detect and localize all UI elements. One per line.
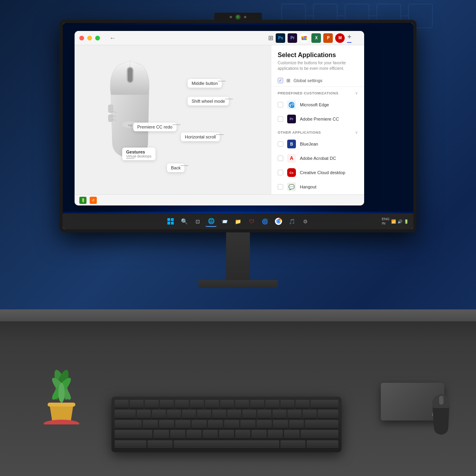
- acrobat-checkbox[interactable]: [278, 155, 283, 161]
- mouse-panel: logi Middle button: [75, 45, 271, 194]
- key: [130, 400, 144, 409]
- hangout-checkbox[interactable]: [278, 184, 283, 190]
- taskview-button[interactable]: ⊡: [192, 216, 203, 227]
- mail-taskbar[interactable]: 📨: [219, 216, 230, 227]
- callout-gestures: Gestures Virtual desktops: [122, 148, 155, 160]
- callout-middle-button: Middle button: [188, 79, 222, 88]
- key: [197, 410, 211, 418]
- grid-tab[interactable]: ⊞: [268, 34, 273, 42]
- back-button[interactable]: ←: [109, 35, 116, 42]
- key: [303, 410, 317, 418]
- excel-tab[interactable]: X: [311, 33, 321, 43]
- enter-key-2: [305, 420, 338, 429]
- key: [268, 430, 283, 439]
- app-row-creative-cloud[interactable]: Cc Creative Cloud desktop: [271, 165, 364, 180]
- creative-cloud-icon: Cc: [287, 168, 296, 177]
- global-settings-icon: ⊞: [286, 78, 290, 83]
- maximize-button[interactable]: [95, 36, 100, 40]
- global-settings-row[interactable]: ✓ ⊞ Global settings: [271, 75, 364, 87]
- callout-back: Back: [167, 163, 184, 172]
- monitor-base: [198, 280, 278, 288]
- premiere-checkbox[interactable]: [278, 116, 283, 122]
- taskbar-lang: ENGIN: [382, 217, 390, 226]
- webcam-dot: [244, 16, 246, 18]
- lalt-key: [148, 440, 173, 449]
- rshift-key: [301, 430, 338, 439]
- app-row-edge[interactable]: Microsoft Edge: [271, 98, 364, 112]
- files-taskbar[interactable]: 📁: [232, 216, 244, 227]
- taskbar-volume-icon: 🔊: [397, 219, 402, 224]
- shield-taskbar[interactable]: 🛡: [246, 216, 257, 227]
- search-button[interactable]: 🔍: [178, 216, 190, 227]
- key-row-2: [115, 410, 338, 418]
- monitor-stand: [226, 232, 250, 280]
- window-body: logi Middle button: [75, 45, 364, 194]
- windows-start-button[interactable]: [165, 216, 176, 227]
- side-mouse-decoration: [428, 393, 454, 436]
- key: [251, 430, 267, 439]
- close-button[interactable]: [79, 36, 84, 40]
- callout-shift-wheel: Shift wheel mode: [188, 97, 229, 106]
- key: [280, 400, 294, 409]
- keyboard: [111, 397, 342, 452]
- window-nav: ←: [109, 35, 116, 42]
- spotify-taskbar[interactable]: 🎵: [286, 216, 298, 227]
- premiere-tab[interactable]: Pr: [288, 33, 297, 43]
- other-section-header[interactable]: OTHER APPLICATIONS ∨: [271, 126, 364, 137]
- other-section-title: OTHER APPLICATIONS: [278, 131, 321, 134]
- svg-rect-39: [171, 222, 174, 225]
- app-row-hangout[interactable]: 💬 Hangout: [271, 180, 364, 194]
- backspace-key: [311, 400, 338, 409]
- bluejean-icon: B: [287, 140, 296, 148]
- app-row-premiere[interactable]: Pr Adobe Premiere CC: [271, 112, 364, 126]
- premiere-icon: Pr: [287, 115, 296, 123]
- plant-decoration: [40, 361, 83, 424]
- add-tab[interactable]: +: [347, 33, 351, 43]
- settings-taskbar[interactable]: ⚙: [300, 216, 311, 227]
- global-settings-label: Global settings: [294, 78, 322, 83]
- photoshop-tab[interactable]: Ps: [276, 33, 285, 43]
- svg-point-50: [44, 420, 79, 424]
- caps-key: [115, 420, 142, 429]
- key: [212, 410, 226, 418]
- side-mouse-svg: [428, 393, 454, 436]
- edge-taskbar[interactable]: 🌐: [205, 216, 217, 227]
- key: [257, 420, 272, 429]
- chrome-tab[interactable]: [299, 33, 309, 43]
- browser-taskbar[interactable]: 🌀: [259, 216, 271, 227]
- app-row-acrobat[interactable]: A Adobe Acrobat DC: [271, 151, 364, 165]
- taskbar-battery-icon: 🔋: [404, 219, 409, 224]
- other-chevron-icon: ∨: [355, 130, 358, 134]
- tab-key: [115, 410, 136, 418]
- bluejean-checkbox[interactable]: [278, 141, 283, 147]
- powerpoint-tab[interactable]: P: [323, 33, 333, 43]
- rctrl-key: [307, 440, 338, 449]
- app-row-bluejean[interactable]: B BlueJean: [271, 137, 364, 151]
- app-statusbar: 🔋 ↺: [75, 194, 364, 205]
- global-settings-checkbox[interactable]: ✓: [278, 78, 283, 83]
- minimize-button[interactable]: [87, 36, 92, 40]
- edge-checkbox[interactable]: [278, 102, 283, 107]
- key: [145, 400, 159, 409]
- key: [167, 410, 181, 418]
- meet-tab[interactable]: M: [335, 33, 345, 43]
- app-tabs: ⊞ Ps Pr: [268, 33, 351, 43]
- monitor-screen: ← ⊞ Ps Pr: [63, 23, 413, 229]
- window-titlebar: ← ⊞ Ps Pr: [75, 31, 364, 45]
- key: [273, 420, 288, 429]
- key: [257, 410, 271, 418]
- svg-point-29: [303, 37, 305, 39]
- callout-horizontal-scroll: Horizontal scroll: [181, 132, 220, 141]
- svg-point-48: [58, 383, 65, 403]
- predefined-section-header[interactable]: PREDEFINED CUSTOMIZATIONS ∨: [271, 87, 364, 98]
- key: [288, 410, 301, 418]
- key: [240, 420, 255, 429]
- svg-rect-38: [167, 222, 170, 225]
- predefined-chevron-icon: ∨: [355, 91, 358, 95]
- creative-cloud-checkbox[interactable]: [278, 170, 283, 175]
- monitor-bezel: ← ⊞ Ps Pr: [60, 20, 416, 232]
- key: [284, 430, 299, 439]
- edge-label: Microsoft Edge: [300, 102, 329, 107]
- key: [296, 400, 309, 409]
- chrome-taskbar[interactable]: [273, 216, 284, 227]
